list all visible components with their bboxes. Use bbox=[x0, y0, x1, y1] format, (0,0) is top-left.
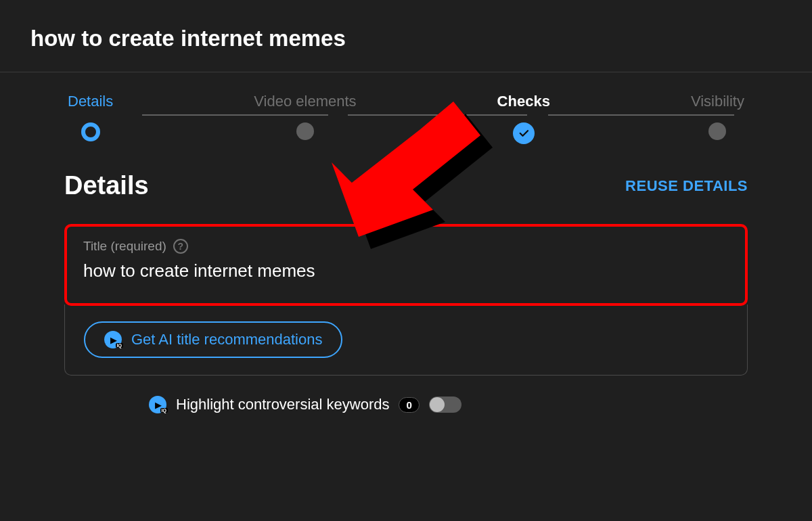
step-indicator-pending bbox=[296, 122, 314, 140]
vidiq-icon bbox=[104, 331, 122, 348]
reuse-details-button[interactable]: REUSE DETAILS bbox=[625, 177, 748, 195]
section-title: Details bbox=[64, 171, 149, 200]
ai-title-recommendations-button[interactable]: Get AI title recommendations bbox=[84, 321, 342, 358]
details-section: Details REUSE DETAILS Title (required) ?… bbox=[0, 144, 812, 413]
vidiq-icon bbox=[149, 396, 166, 413]
title-label-row: Title (required) ? bbox=[83, 239, 729, 254]
step-label: Visibility bbox=[691, 93, 744, 110]
step-label: Video elements bbox=[254, 93, 356, 110]
highlight-keywords-label: Highlight controversial keywords bbox=[176, 396, 389, 413]
step-indicator-pending bbox=[708, 122, 726, 140]
step-label: Checks bbox=[497, 93, 550, 110]
title-input-container[interactable]: Title (required) ? how to create interne… bbox=[64, 224, 748, 306]
title-field-label: Title (required) bbox=[83, 239, 166, 254]
step-indicator-done bbox=[513, 122, 535, 144]
check-icon bbox=[518, 127, 530, 139]
ai-button-label: Get AI title recommendations bbox=[131, 331, 322, 348]
keyword-count-badge: 0 bbox=[399, 397, 419, 413]
step-label: Details bbox=[68, 93, 113, 110]
step-indicator-active bbox=[81, 122, 100, 141]
step-video-elements[interactable]: Video elements bbox=[254, 93, 356, 140]
section-header: Details REUSE DETAILS bbox=[64, 171, 748, 200]
toggle-knob bbox=[430, 397, 445, 412]
title-input[interactable]: how to create internet memes bbox=[83, 260, 729, 281]
highlight-keywords-row: Highlight controversial keywords 0 bbox=[64, 376, 748, 413]
ai-recommendation-panel: Get AI title recommendations bbox=[64, 304, 748, 376]
dialog-header: how to create internet memes bbox=[0, 0, 812, 72]
upload-stepper: Details Video elements Checks Visibility bbox=[0, 72, 812, 144]
step-visibility[interactable]: Visibility bbox=[691, 93, 744, 140]
help-icon[interactable]: ? bbox=[173, 239, 188, 254]
highlight-keywords-toggle[interactable] bbox=[429, 397, 461, 413]
step-details[interactable]: Details bbox=[68, 93, 113, 141]
step-checks[interactable]: Checks bbox=[497, 93, 550, 144]
video-title-heading: how to create internet memes bbox=[30, 26, 782, 51]
